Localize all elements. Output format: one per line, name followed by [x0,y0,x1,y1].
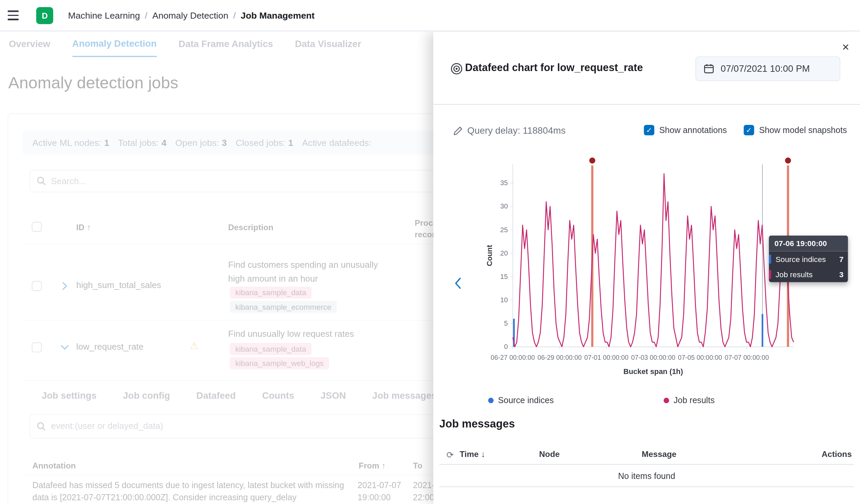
tab-counts[interactable]: Counts [262,390,295,401]
show-annotations-control: ✓ Show annotations [644,125,727,135]
svg-text:06-27 00:00:00: 06-27 00:00:00 [491,354,535,361]
datepicker-value: 07/07/2021 10:00 PM [721,63,810,74]
job-id: high_sum_total_sales [76,281,161,291]
row-checkbox[interactable] [32,281,42,291]
tooltip-row: Source indices 7 [769,252,848,267]
breadcrumb-job-management: Job Management [241,11,314,21]
show-annotations-checkbox[interactable]: ✓ [644,125,654,135]
column-header-from[interactable]: From ↑ [359,461,386,470]
tab-json[interactable]: JSON [320,390,346,401]
svg-text:30: 30 [500,203,508,210]
tab-job-messages[interactable]: Job messages [372,390,437,401]
query-delay-label: Query delay: 118804ms [467,125,565,136]
menu-icon[interactable] [8,10,22,22]
svg-text:Bucket span (1h): Bucket span (1h) [624,368,683,376]
divider [433,104,860,105]
job-detail-tabs: Job settings Job config Datafeed Counts … [42,390,436,401]
svg-text:07-05 00:00:00: 07-05 00:00:00 [678,354,722,361]
tooltip-timestamp: 07-06 19:00:00 [769,236,848,252]
svg-text:25: 25 [500,226,508,234]
space-avatar[interactable]: D [36,7,53,24]
svg-text:10: 10 [500,296,508,303]
edit-pencil-icon[interactable] [453,126,463,136]
svg-text:35: 35 [500,179,508,187]
sort-desc-icon: ↓ [481,449,485,459]
collapse-row-icon[interactable] [60,343,70,352]
datafeed-line-chart[interactable]: 0510152025303506-27 00:00:0006-29 00:00:… [485,156,798,378]
search-icon [37,176,46,186]
job-messages-table-header: ⟳ Time ↓ Node Message Actions [439,445,854,464]
column-header-to[interactable]: To [413,461,422,470]
app-root: D Machine Learning / Anomaly Detection /… [0,0,860,504]
column-header-node: Node [539,449,560,459]
svg-text:07-03 00:00:00: 07-03 00:00:00 [631,354,675,361]
tab-job-config[interactable]: Job config [123,390,170,401]
source-indices-swatch [769,255,771,264]
svg-text:Count: Count [485,245,493,266]
tab-job-settings[interactable]: Job settings [42,390,97,401]
index-badge: kibana_sample_web_logs [230,357,329,369]
source-indices-dot [488,398,494,403]
datepicker-button[interactable]: 07/07/2021 10:00 PM [695,57,840,81]
svg-text:07-01 00:00:00: 07-01 00:00:00 [584,354,629,361]
show-annotations-label: Show annotations [659,125,727,135]
svg-text:5: 5 [504,320,508,327]
refresh-icon[interactable]: ⟳ [447,450,454,460]
no-items-found: No items found [439,465,854,487]
tooltip-row: Job results 3 [769,267,848,282]
tab-data-frame-analytics[interactable]: Data Frame Analytics [178,31,273,57]
search-icon [37,422,46,431]
breadcrumb-separator: / [233,11,235,21]
show-model-snapshots-checkbox[interactable]: ✓ [744,125,754,135]
sort-asc-icon: ↑ [87,222,91,232]
legend-item-source-indices[interactable]: Source indices [488,396,554,405]
index-badge: kibana_sample_ecommerce [230,301,337,313]
datafeed-chart-icon [450,63,463,75]
stat-active-datafeeds: Active datafeeds: [302,137,374,148]
chart-tooltip: 07-06 19:00:00 Source indices 7 Job resu… [769,236,848,282]
stat-total-jobs: Total jobs:4 [118,137,167,148]
tab-data-visualizer[interactable]: Data Visualizer [295,31,361,57]
column-header-id[interactable]: ID ↑ [76,222,91,232]
job-description: Find customers spending an unusually hig… [228,258,390,285]
annotation-from: 2021-07-07 19:00:00 [358,479,408,503]
chart-previous-page-icon[interactable] [451,275,466,292]
stat-open-jobs: Open jobs:3 [175,137,227,148]
datafeed-chart-flyout: ✕ Datafeed chart for low_request_rate 07… [433,32,860,504]
annotation-text: Datafeed has missed 5 documents due to i… [32,479,353,503]
breadcrumb-anomaly-detection[interactable]: Anomaly Detection [153,11,228,21]
stat-active-ml-nodes: Active ML nodes:1 [32,137,109,148]
show-model-snapshots-control: ✓ Show model snapshots [744,125,847,135]
column-header-message: Message [642,449,677,459]
warning-icon: ⚠ [190,340,199,352]
select-all-checkbox[interactable] [32,222,42,232]
breadcrumb: Machine Learning / Anomaly Detection / J… [68,0,315,31]
svg-text:15: 15 [500,273,508,280]
svg-text:07-07 00:00:00: 07-07 00:00:00 [725,354,769,361]
top-header: D Machine Learning / Anomaly Detection /… [0,0,860,31]
page-title: Anomaly detection jobs [8,73,178,92]
close-icon[interactable]: ✕ [839,41,852,54]
job-description: Find unusually low request rates [228,327,393,341]
tab-anomaly-detection[interactable]: Anomaly Detection [72,31,157,57]
calendar-icon [704,64,714,74]
breadcrumb-machine-learning[interactable]: Machine Learning [68,11,140,21]
ml-nav-tabs: Overview Anomaly Detection Data Frame An… [9,31,361,57]
tab-datafeed[interactable]: Datafeed [197,390,236,401]
show-model-snapshots-label: Show model snapshots [759,125,847,135]
expand-row-icon[interactable] [60,281,70,291]
column-header-time[interactable]: Time ↓ [459,449,485,459]
column-header-actions: Actions [822,449,852,459]
job-results-swatch [769,270,771,279]
row-checkbox[interactable] [32,343,42,352]
breadcrumb-separator: / [145,11,147,21]
column-header-description: Description [228,222,273,232]
stat-closed-jobs: Closed jobs:1 [235,137,293,148]
sort-asc-icon: ↑ [382,461,386,470]
job-results-dot [664,398,669,403]
index-badge: kibana_sample_data [230,287,312,299]
svg-text:06-29 00:00:00: 06-29 00:00:00 [538,354,582,361]
flyout-title: Datafeed chart for low_request_rate [465,62,643,74]
tab-overview[interactable]: Overview [9,31,50,57]
legend-item-job-results[interactable]: Job results [664,396,715,405]
